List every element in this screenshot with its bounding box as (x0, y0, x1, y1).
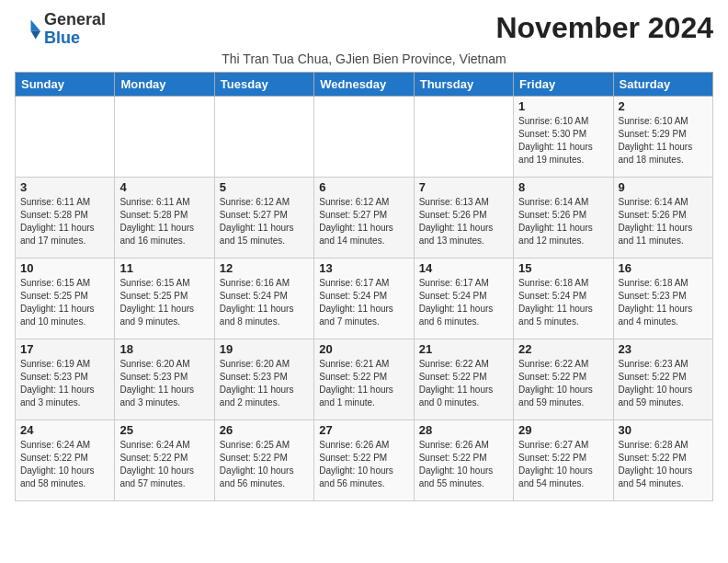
day-number: 23 (619, 342, 708, 356)
day-info: Sunrise: 6:15 AM Sunset: 5:25 PM Dayligh… (20, 277, 109, 328)
day-info: Sunrise: 6:21 AM Sunset: 5:22 PM Dayligh… (319, 358, 408, 409)
day-number: 13 (319, 261, 408, 275)
table-row: 15Sunrise: 6:18 AM Sunset: 5:24 PM Dayli… (514, 258, 613, 339)
day-number: 8 (518, 180, 608, 194)
day-number: 5 (220, 180, 309, 194)
logo-general: General (44, 10, 106, 29)
day-number: 27 (319, 423, 408, 437)
month-title: November 2024 (495, 11, 713, 45)
table-row (115, 96, 214, 177)
day-info: Sunrise: 6:13 AM Sunset: 5:26 PM Dayligh… (419, 196, 508, 247)
table-row (414, 96, 513, 177)
table-row: 8Sunrise: 6:14 AM Sunset: 5:26 PM Daylig… (514, 177, 613, 258)
day-number: 7 (419, 180, 508, 194)
day-number: 17 (20, 342, 109, 356)
table-row (214, 96, 313, 177)
table-row: 16Sunrise: 6:18 AM Sunset: 5:23 PM Dayli… (613, 258, 712, 339)
day-info: Sunrise: 6:11 AM Sunset: 5:28 PM Dayligh… (20, 196, 109, 247)
calendar-week-3: 10Sunrise: 6:15 AM Sunset: 5:25 PM Dayli… (16, 258, 713, 339)
day-number: 12 (220, 261, 309, 275)
table-row: 12Sunrise: 6:16 AM Sunset: 5:24 PM Dayli… (214, 258, 313, 339)
calendar-week-2: 3Sunrise: 6:11 AM Sunset: 5:28 PM Daylig… (16, 177, 713, 258)
col-tuesday: Tuesday (214, 72, 313, 96)
day-number: 11 (119, 261, 209, 275)
day-number: 28 (419, 423, 508, 437)
col-friday: Friday (514, 72, 613, 96)
day-info: Sunrise: 6:24 AM Sunset: 5:22 PM Dayligh… (20, 439, 109, 490)
table-row: 3Sunrise: 6:11 AM Sunset: 5:28 PM Daylig… (16, 177, 115, 258)
day-number: 19 (220, 342, 309, 356)
table-row (16, 96, 115, 177)
table-row: 29Sunrise: 6:27 AM Sunset: 5:22 PM Dayli… (514, 419, 613, 500)
table-row: 18Sunrise: 6:20 AM Sunset: 5:23 PM Dayli… (115, 339, 214, 419)
day-info: Sunrise: 6:23 AM Sunset: 5:22 PM Dayligh… (619, 358, 708, 409)
day-info: Sunrise: 6:16 AM Sunset: 5:24 PM Dayligh… (220, 277, 309, 328)
day-info: Sunrise: 6:27 AM Sunset: 5:22 PM Dayligh… (518, 439, 608, 490)
header: General Blue November 2024 (15, 11, 713, 48)
day-number: 21 (419, 342, 508, 356)
table-row: 27Sunrise: 6:26 AM Sunset: 5:22 PM Dayli… (314, 419, 414, 500)
table-row (314, 96, 414, 177)
day-number: 2 (619, 99, 708, 113)
day-info: Sunrise: 6:24 AM Sunset: 5:22 PM Dayligh… (119, 439, 209, 490)
table-row: 11Sunrise: 6:15 AM Sunset: 5:25 PM Dayli… (115, 258, 214, 339)
day-info: Sunrise: 6:11 AM Sunset: 5:28 PM Dayligh… (119, 196, 209, 247)
table-row: 10Sunrise: 6:15 AM Sunset: 5:25 PM Dayli… (16, 258, 115, 339)
calendar-week-1: 1Sunrise: 6:10 AM Sunset: 5:30 PM Daylig… (16, 96, 713, 177)
svg-marker-1 (31, 31, 41, 40)
day-number: 24 (20, 423, 109, 437)
day-info: Sunrise: 6:25 AM Sunset: 5:22 PM Dayligh… (220, 439, 309, 490)
table-row: 9Sunrise: 6:14 AM Sunset: 5:26 PM Daylig… (613, 177, 712, 258)
table-row: 26Sunrise: 6:25 AM Sunset: 5:22 PM Dayli… (214, 419, 313, 500)
table-row: 17Sunrise: 6:19 AM Sunset: 5:23 PM Dayli… (16, 339, 115, 419)
table-row: 19Sunrise: 6:20 AM Sunset: 5:23 PM Dayli… (214, 339, 313, 419)
col-sunday: Sunday (16, 72, 115, 96)
table-row: 28Sunrise: 6:26 AM Sunset: 5:22 PM Dayli… (414, 419, 513, 500)
table-row: 7Sunrise: 6:13 AM Sunset: 5:26 PM Daylig… (414, 177, 513, 258)
day-info: Sunrise: 6:19 AM Sunset: 5:23 PM Dayligh… (20, 358, 109, 409)
calendar-week-5: 24Sunrise: 6:24 AM Sunset: 5:22 PM Dayli… (16, 419, 713, 500)
day-info: Sunrise: 6:17 AM Sunset: 5:24 PM Dayligh… (319, 277, 408, 328)
day-info: Sunrise: 6:22 AM Sunset: 5:22 PM Dayligh… (419, 358, 508, 409)
day-info: Sunrise: 6:10 AM Sunset: 5:29 PM Dayligh… (619, 115, 708, 167)
day-info: Sunrise: 6:18 AM Sunset: 5:24 PM Dayligh… (518, 277, 608, 328)
day-number: 15 (518, 261, 608, 275)
day-number: 3 (20, 180, 109, 194)
table-row: 2Sunrise: 6:10 AM Sunset: 5:29 PM Daylig… (613, 96, 712, 177)
table-row: 6Sunrise: 6:12 AM Sunset: 5:27 PM Daylig… (314, 177, 414, 258)
day-info: Sunrise: 6:12 AM Sunset: 5:27 PM Dayligh… (220, 196, 309, 247)
day-number: 4 (119, 180, 209, 194)
logo-text: General Blue (44, 11, 106, 48)
day-number: 25 (119, 423, 209, 437)
col-thursday: Thursday (414, 72, 513, 96)
day-number: 22 (518, 342, 608, 356)
calendar-header-row: Sunday Monday Tuesday Wednesday Thursday… (16, 72, 713, 96)
day-info: Sunrise: 6:10 AM Sunset: 5:30 PM Dayligh… (518, 115, 608, 167)
table-row: 24Sunrise: 6:24 AM Sunset: 5:22 PM Dayli… (16, 419, 115, 500)
table-row: 14Sunrise: 6:17 AM Sunset: 5:24 PM Dayli… (414, 258, 513, 339)
col-wednesday: Wednesday (314, 72, 414, 96)
subtitle: Thi Tran Tua Chua, GJien Bien Province, … (15, 52, 713, 66)
day-number: 14 (419, 261, 508, 275)
table-row: 21Sunrise: 6:22 AM Sunset: 5:22 PM Dayli… (414, 339, 513, 419)
day-info: Sunrise: 6:14 AM Sunset: 5:26 PM Dayligh… (619, 196, 708, 247)
day-number: 20 (319, 342, 408, 356)
day-number: 30 (619, 423, 708, 437)
col-saturday: Saturday (613, 72, 712, 96)
day-number: 29 (518, 423, 608, 437)
logo: General Blue (15, 11, 106, 48)
table-row: 23Sunrise: 6:23 AM Sunset: 5:22 PM Dayli… (613, 339, 712, 419)
day-info: Sunrise: 6:18 AM Sunset: 5:23 PM Dayligh… (619, 277, 708, 328)
day-info: Sunrise: 6:20 AM Sunset: 5:23 PM Dayligh… (220, 358, 309, 409)
day-info: Sunrise: 6:26 AM Sunset: 5:22 PM Dayligh… (319, 439, 408, 490)
logo-blue: Blue (44, 29, 80, 47)
day-info: Sunrise: 6:17 AM Sunset: 5:24 PM Dayligh… (419, 277, 508, 328)
day-number: 1 (518, 99, 608, 113)
col-monday: Monday (115, 72, 214, 96)
table-row: 30Sunrise: 6:28 AM Sunset: 5:22 PM Dayli… (613, 419, 712, 500)
day-info: Sunrise: 6:12 AM Sunset: 5:27 PM Dayligh… (319, 196, 408, 247)
day-info: Sunrise: 6:28 AM Sunset: 5:22 PM Dayligh… (619, 439, 708, 490)
table-row: 4Sunrise: 6:11 AM Sunset: 5:28 PM Daylig… (115, 177, 214, 258)
logo-icon (15, 17, 40, 42)
calendar: Sunday Monday Tuesday Wednesday Thursday… (15, 72, 713, 501)
